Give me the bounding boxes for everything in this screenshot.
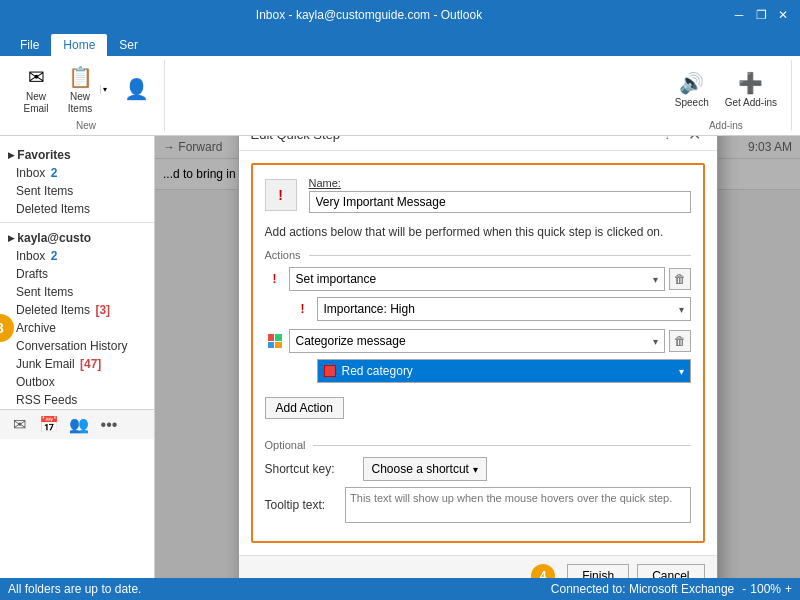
description-text: Add actions below that will be performed… [265, 225, 691, 239]
modal-help-button[interactable]: ? [659, 136, 677, 143]
tab-ser[interactable]: Ser [107, 34, 150, 56]
sub-importance-icon: ! [293, 299, 313, 319]
sidebar-item-favorites-inbox[interactable]: Inbox 2 [0, 164, 154, 182]
sidebar-item-inbox[interactable]: Inbox 2 [0, 247, 154, 265]
cancel-button[interactable]: Cancel [637, 564, 704, 578]
title-bar-controls: ─ ❐ ✕ [730, 6, 792, 24]
title-bar-text: Inbox - kayla@customguide.com - Outlook [8, 8, 730, 22]
sidebar-item-sent[interactable]: Sent Items [0, 182, 154, 200]
favorites-header[interactable]: ▸ Favorites [0, 144, 154, 164]
connection-text: Connected to: Microsoft Exchange [551, 582, 734, 596]
email-area: → Forward 9:03 AM ...d to bring in break… [155, 136, 800, 578]
sub-action-2-dropdown[interactable]: Red category ▾ [317, 359, 691, 383]
action-1-delete[interactable]: 🗑 [669, 268, 691, 290]
person-btn[interactable]: 👤 [116, 73, 156, 105]
sub-action-1-dropdown[interactable]: Importance: High ▾ [317, 297, 691, 321]
speech-label: Speech [675, 97, 709, 109]
sidebar-item-conversation-history[interactable]: Conversation History [0, 337, 154, 355]
action-2-label: Categorize message [296, 334, 406, 348]
zoom-control: - 100% + [742, 582, 792, 596]
status-bar-right: Connected to: Microsoft Exchange - 100% … [551, 582, 792, 596]
sub-action-1-row: ! Importance: High ▾ [265, 297, 691, 321]
tooltip-label: Tooltip text: [265, 498, 338, 512]
modal-title-controls: ? ✕ [659, 136, 705, 144]
name-input[interactable] [309, 191, 691, 213]
action-2-arrow: ▾ [653, 336, 658, 347]
sidebar-item-drafts[interactable]: Drafts [0, 265, 154, 283]
shortcut-dropdown[interactable]: Choose a shortcut ▾ [363, 457, 487, 481]
outlook-window: Inbox - kayla@customguide.com - Outlook … [0, 0, 800, 600]
person-icon: 👤 [122, 75, 150, 103]
speech-icon: 🔊 [678, 69, 706, 97]
finish-button[interactable]: Finish [567, 564, 629, 578]
ribbon-group-label: New [76, 120, 96, 131]
zoom-plus[interactable]: + [785, 582, 792, 596]
sidebar-item-deleted-items[interactable]: Deleted Items [3] [0, 301, 154, 319]
get-addins-icon: ➕ [737, 69, 765, 97]
sub-action-2-arrow: ▾ [679, 366, 684, 377]
step-4-badge: 4 [531, 564, 555, 578]
contacts-nav-icon[interactable]: 👥 [68, 414, 90, 436]
close-button[interactable]: ✕ [774, 6, 792, 24]
shortcut-row: Shortcut key: Choose a shortcut ▾ [265, 457, 691, 481]
new-email-icon: ✉ [22, 63, 50, 91]
minimize-button[interactable]: ─ [730, 6, 748, 24]
sidebar: ▸ Favorites Inbox 2 Sent Items Deleted I… [0, 136, 155, 578]
modal-close-button[interactable]: ✕ [685, 136, 705, 144]
tooltip-textarea[interactable] [345, 487, 690, 523]
importance-icon: ! [265, 269, 285, 289]
zoom-minus[interactable]: - [742, 582, 746, 596]
account-header[interactable]: ▸ kayla@custo [0, 227, 154, 247]
status-bar: All folders are up to date. Connected to… [0, 578, 800, 600]
ribbon-group-new: ✉ NewEmail 📋 NewItems ▾ 👤 New [8, 60, 165, 131]
ribbon-group-buttons: ✉ NewEmail 📋 NewItems ▾ 👤 [16, 60, 156, 118]
main-content: ▸ Favorites Inbox 2 Sent Items Deleted I… [0, 136, 800, 578]
action-2-dropdown[interactable]: Categorize message ▾ [289, 329, 665, 353]
speech-button[interactable]: 🔊 Speech [669, 67, 715, 111]
get-addins-label: Get Add-ins [725, 97, 777, 109]
zoom-level: 100% [750, 582, 781, 596]
action-2-row: Categorize message ▾ 🗑 [265, 329, 691, 353]
mail-nav-icon[interactable]: ✉ [8, 414, 30, 436]
account-section: 3 Inbox 2 Drafts Sent Items Deleted Item… [0, 247, 154, 409]
shortcut-label: Shortcut key: [265, 462, 355, 476]
sidebar-item-junk-email[interactable]: Junk Email [47] [0, 355, 154, 373]
red-category-color [324, 365, 336, 377]
get-addins-button[interactable]: ➕ Get Add-ins [719, 67, 783, 111]
sidebar-item-deleted[interactable]: Deleted Items [0, 200, 154, 218]
name-label: Name: [309, 177, 691, 189]
new-items-label: NewItems [68, 91, 92, 115]
sidebar-item-archive[interactable]: Archive [0, 319, 154, 337]
new-email-button[interactable]: ✉ NewEmail [16, 61, 56, 117]
sidebar-item-outbox[interactable]: Outbox [0, 373, 154, 391]
sidebar-separator-1 [0, 222, 154, 223]
modal-title-text: Edit Quick Step [251, 136, 341, 142]
tab-home[interactable]: Home [51, 34, 107, 56]
ribbon-group-addins: 🔊 Speech ➕ Get Add-ins Add-ins [661, 60, 792, 131]
quick-step-icon: ! [265, 179, 297, 211]
more-nav-icon[interactable]: ••• [98, 414, 120, 436]
sub-action-1-arrow: ▾ [679, 304, 684, 315]
optional-label: Optional [265, 439, 691, 451]
optional-section: Optional Shortcut key: Choose a shortcut… [265, 431, 691, 523]
add-action-button[interactable]: Add Action [265, 397, 344, 419]
delete-1-icon: 🗑 [674, 272, 686, 286]
action-1-arrow: ▾ [653, 274, 658, 285]
tab-file[interactable]: File [8, 34, 51, 56]
title-bar: Inbox - kayla@customguide.com - Outlook … [0, 0, 800, 30]
new-items-split: 📋 NewItems ▾ [60, 61, 112, 117]
ribbon-tabs: File Home Ser [0, 30, 800, 56]
sidebar-nav-icons: ✉ 📅 👥 ••• [0, 409, 154, 439]
sidebar-item-sent-items[interactable]: Sent Items [0, 283, 154, 301]
new-items-button[interactable]: 📋 NewItems [60, 61, 100, 117]
calendar-nav-icon[interactable]: 📅 [38, 414, 60, 436]
new-items-arrow[interactable]: ▾ [100, 85, 112, 94]
restore-button[interactable]: ❐ [752, 6, 770, 24]
delete-2-icon: 🗑 [674, 334, 686, 348]
sub-action-2-label: Red category [342, 364, 413, 378]
sidebar-item-rss-feeds[interactable]: RSS Feeds [0, 391, 154, 409]
action-2-delete[interactable]: 🗑 [669, 330, 691, 352]
modal-overlay: Edit Quick Step ? ✕ ! [155, 136, 800, 578]
modal-body: ! Name: Add actions below that will be p… [239, 151, 717, 555]
action-1-dropdown[interactable]: Set importance ▾ [289, 267, 665, 291]
